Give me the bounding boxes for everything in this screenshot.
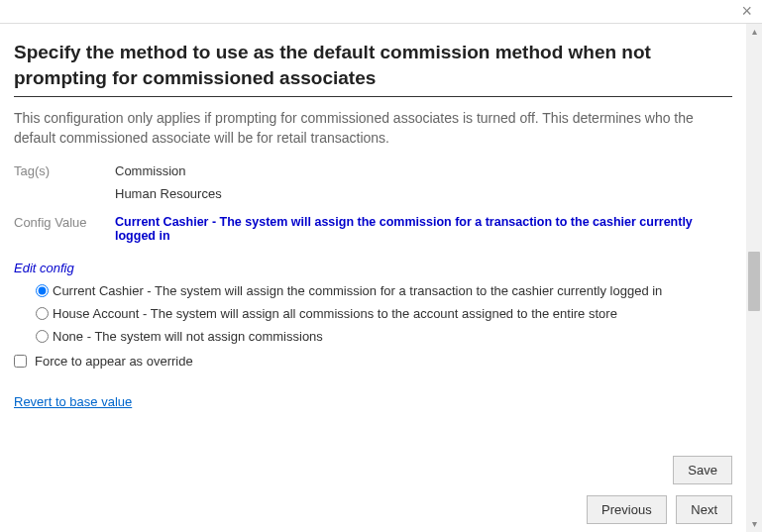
radio-label: None - The system will not assign commis… — [53, 329, 323, 344]
scroll-down-icon[interactable]: ▾ — [746, 516, 762, 532]
scroll-up-icon[interactable]: ▴ — [746, 24, 762, 40]
config-value-label: Config Value — [14, 215, 115, 230]
radio-input[interactable] — [36, 284, 49, 297]
nav-row: Previous Next — [581, 495, 732, 524]
radio-input[interactable] — [36, 307, 49, 320]
revert-link[interactable]: Revert to base value — [14, 394, 132, 409]
save-row: Save — [673, 456, 732, 484]
close-icon[interactable]: × — [741, 2, 752, 20]
tags-list: Commission Human Resources — [115, 163, 222, 209]
edit-config-header: Edit config — [14, 261, 732, 275]
force-override-label: Force to appear as override — [35, 354, 193, 369]
scroll-thumb[interactable] — [748, 252, 760, 311]
radio-option-current-cashier[interactable]: Current Cashier - The system will assign… — [36, 283, 732, 298]
force-override-checkbox[interactable] — [14, 355, 27, 368]
tags-label: Tag(s) — [14, 163, 115, 178]
force-override-checkbox-row[interactable]: Force to appear as override — [14, 354, 732, 369]
next-button[interactable]: Next — [676, 495, 732, 524]
radio-group: Current Cashier - The system will assign… — [14, 283, 732, 344]
config-value-row: Config Value Current Cashier - The syste… — [14, 215, 732, 243]
radio-input[interactable] — [36, 330, 49, 343]
page-title: Specify the method to use as the default… — [14, 40, 732, 97]
description-text: This configuration only applies if promp… — [14, 109, 732, 148]
radio-label: House Account - The system will assign a… — [53, 306, 617, 321]
dialog-top-bar: × — [0, 0, 762, 24]
dialog-content: Specify the method to use as the default… — [0, 24, 746, 532]
tag-item: Commission — [115, 163, 222, 178]
radio-option-house-account[interactable]: House Account - The system will assign a… — [36, 306, 732, 321]
tags-row: Tag(s) Commission Human Resources — [14, 163, 732, 209]
config-value: Current Cashier - The system will assign… — [115, 215, 732, 243]
radio-label: Current Cashier - The system will assign… — [53, 283, 662, 298]
scrollbar[interactable]: ▴ ▾ — [746, 24, 762, 532]
radio-option-none[interactable]: None - The system will not assign commis… — [36, 329, 732, 344]
tag-item: Human Resources — [115, 186, 222, 201]
save-button[interactable]: Save — [673, 456, 732, 484]
previous-button[interactable]: Previous — [587, 495, 667, 524]
